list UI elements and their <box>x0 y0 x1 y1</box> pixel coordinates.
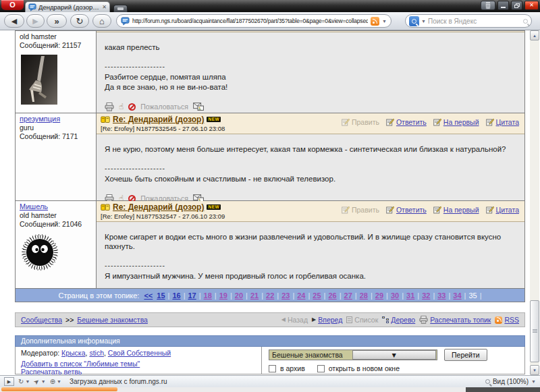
author-link[interactable]: Мишель <box>20 202 48 211</box>
notify-envelope-icon[interactable] <box>193 103 204 111</box>
status-text: Загрузка данных с forum.ngs.ru <box>70 378 167 385</box>
zoom-control[interactable]: Вид (100%) ▼ <box>485 378 536 385</box>
quote-action[interactable]: Цитата <box>486 118 519 126</box>
search-input[interactable]: ▼ Поиск в Яндекс <box>405 14 532 28</box>
no-entry-icon[interactable] <box>128 103 136 111</box>
breadcrumb-topic-link[interactable]: Бешеные знакомства <box>77 316 148 324</box>
page-separator: | <box>246 291 248 300</box>
window-controls: ✕ <box>481 1 539 10</box>
pagination-prev[interactable]: << <box>144 291 153 300</box>
add-favorites-link[interactable]: Добавить в список "Любимые темы" <box>21 360 140 368</box>
page-link[interactable]: 24 <box>297 291 305 300</box>
page-link[interactable]: 33 <box>437 291 446 300</box>
post-title-link[interactable]: Re: Дендрарий (дозор) <box>113 115 204 124</box>
page-separator: | <box>417 291 419 300</box>
new-window-label: открыть в новом окне <box>329 364 400 372</box>
report-label[interactable]: Пожаловаться <box>140 102 188 111</box>
forum-select[interactable]: Бешеные знакомства ▼ <box>269 349 437 360</box>
signature-line: Да я все знаю, но я не ви-но-вата! <box>105 82 516 92</box>
topic-nav: ◀Назад ▶Вперед Список Дерево Распечатать… <box>281 316 519 324</box>
address-dropdown-icon[interactable]: ▼ <box>382 19 387 24</box>
panels-toggle-button[interactable]: ▶ <box>4 377 14 386</box>
reply-icon <box>386 118 394 126</box>
page-link[interactable]: 23 <box>281 291 290 300</box>
nav-forward[interactable]: ▶Вперед <box>312 316 342 324</box>
new-window-checkbox[interactable] <box>317 365 325 372</box>
page-link[interactable]: 26 <box>328 291 336 300</box>
forward-button[interactable]: ▶ <box>26 14 45 28</box>
page-link[interactable]: 15 <box>157 291 165 300</box>
panel-title: Дополнительная информация <box>15 335 525 347</box>
page-link[interactable]: 28 <box>360 291 368 300</box>
nav-print-topic[interactable]: Распечатать топик <box>419 316 491 324</box>
reply-action[interactable]: Ответить <box>386 206 427 214</box>
hand-gesture-icon[interactable]: ☝ <box>119 103 124 111</box>
moderator-link[interactable]: Свой Собственный <box>108 349 171 357</box>
forum-posts-table: old hamster Сообщений: 21157 [Re: Симант… <box>15 30 525 289</box>
page-link[interactable]: 19 <box>219 291 227 300</box>
search-engine-dropdown-icon[interactable]: ▼ <box>421 19 426 24</box>
page-link[interactable]: 16 <box>172 291 180 300</box>
quote-action[interactable]: Цитата <box>486 206 519 214</box>
tab-bar-handle[interactable] <box>113 5 128 12</box>
post-title-link[interactable]: Re: Дендрарий (дозор) <box>113 202 204 212</box>
address-bar[interactable]: http://forum.ngs.ru/board/acquaintance/f… <box>116 14 392 28</box>
scroll-up-icon[interactable]: ▲ <box>530 30 539 40</box>
reply-action[interactable]: Ответить <box>386 118 427 126</box>
select-dropdown-icon[interactable]: ▼ <box>352 350 437 360</box>
page-link[interactable]: 27 <box>344 291 352 300</box>
breadcrumb-root-link[interactable]: Сообщества <box>21 316 62 324</box>
home-button[interactable]: ⌂ <box>92 14 111 28</box>
edit-action: Править <box>342 206 379 214</box>
topic-book-icon <box>101 116 110 123</box>
rss-feed-icon[interactable] <box>371 17 379 26</box>
quote-icon <box>486 118 494 126</box>
page-separator: | <box>340 291 342 300</box>
close-button[interactable]: ✕ <box>524 1 539 10</box>
page-link[interactable]: 29 <box>375 291 383 300</box>
tab-close-icon[interactable]: ✕ <box>102 5 107 10</box>
page-separator: | <box>386 291 388 300</box>
search-go-icon[interactable] <box>523 19 528 24</box>
opera-menu-button[interactable]: O <box>1 0 24 10</box>
post-paragraph: Кроме сигарет и водки есть много в жизни… <box>105 232 516 251</box>
page-link[interactable]: 32 <box>422 291 430 300</box>
page-link[interactable]: 31 <box>406 291 414 300</box>
page-link[interactable]: 22 <box>266 291 274 300</box>
moderator-link[interactable]: Крыска <box>61 349 85 357</box>
page-separator: | <box>230 291 232 300</box>
vertical-scrollbar[interactable]: ▲ ▼ <box>530 30 539 375</box>
archive-checkbox[interactable] <box>269 365 276 372</box>
page-link[interactable]: 18 <box>204 291 212 300</box>
network-globe-icon[interactable]: ⊕▼ <box>50 379 61 385</box>
back-button[interactable]: ◀ <box>4 14 24 28</box>
pointer-mode-icon[interactable]: ➤▼ <box>34 379 45 385</box>
closed-tabs-trash-icon[interactable] <box>481 1 495 10</box>
search-engine-icon[interactable] <box>409 16 419 26</box>
nav-tree[interactable]: Дерево <box>382 316 415 324</box>
sync-status-icon[interactable]: ↻▼ <box>18 379 30 385</box>
nav-rss[interactable]: RSS <box>495 316 519 324</box>
reply-first-action[interactable]: На первый <box>433 118 479 126</box>
page-separator: | <box>433 291 435 300</box>
reload-button[interactable]: ↻ <box>70 14 89 28</box>
minimize-button[interactable] <box>497 1 509 10</box>
moderator-link[interactable]: stich <box>89 349 104 357</box>
browser-tab[interactable]: Дендрарий (дозор) - об... ✕ <box>25 1 110 12</box>
fast-forward-button[interactable]: » <box>47 14 67 28</box>
author-link[interactable]: презумпция <box>20 115 60 123</box>
reply-first-action[interactable]: На первый <box>433 206 479 214</box>
go-button[interactable]: Перейти <box>444 349 487 361</box>
page-link[interactable]: 25 <box>313 291 321 300</box>
back-arrow-icon: ◀ <box>281 317 286 323</box>
restore-button[interactable] <box>511 1 522 10</box>
scroll-down-icon[interactable]: ▼ <box>530 365 539 375</box>
page-link[interactable]: 20 <box>235 291 243 300</box>
scrollbar-thumb[interactable] <box>530 300 539 362</box>
print-post-icon[interactable] <box>105 103 114 111</box>
page-link[interactable]: 30 <box>391 291 399 300</box>
page-separator: | <box>480 291 482 300</box>
page-link[interactable]: 17 <box>188 291 196 300</box>
page-link[interactable]: 21 <box>250 291 259 300</box>
page-link[interactable]: 34 <box>453 291 461 300</box>
